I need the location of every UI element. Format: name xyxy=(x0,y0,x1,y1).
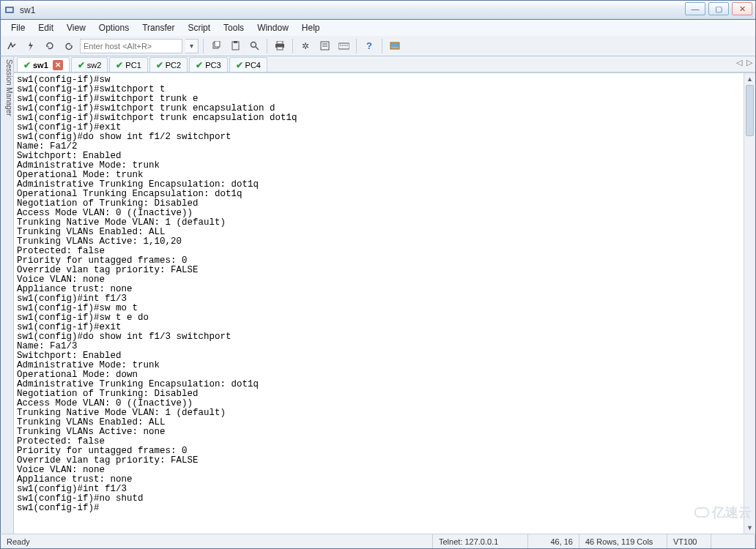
svg-rect-1 xyxy=(7,8,12,12)
scroll-thumb[interactable] xyxy=(746,85,754,136)
tab-prev-icon[interactable]: ◁ xyxy=(736,58,742,67)
quick-connect-icon[interactable] xyxy=(4,38,20,54)
minimize-button[interactable]: — xyxy=(685,2,705,15)
terminal[interactable]: sw1(config-if)#sw sw1(config-if)#switchp… xyxy=(14,73,744,534)
status-extra xyxy=(711,534,755,548)
menu-options[interactable]: Options xyxy=(93,21,135,34)
scrollbar[interactable]: ▲ ▼ xyxy=(744,73,755,534)
host-go-button[interactable]: ▾ xyxy=(185,39,199,53)
check-icon: ✔ xyxy=(156,60,163,70)
main-area: Session Manager ✔sw1✕✔sw2✔PC1✔PC2✔PC3✔PC… xyxy=(0,56,756,534)
scroll-down-icon[interactable]: ▼ xyxy=(744,522,755,534)
copy-icon[interactable] xyxy=(208,38,224,54)
svg-rect-5 xyxy=(234,41,237,43)
toolbar: ▾ ✲ ? xyxy=(0,36,756,56)
check-icon: ✔ xyxy=(236,60,243,70)
host-input[interactable] xyxy=(80,39,182,53)
tab-label: PC3 xyxy=(205,61,220,70)
tab-label: PC1 xyxy=(125,61,141,70)
svg-rect-3 xyxy=(215,41,220,47)
svg-rect-20 xyxy=(391,43,399,47)
status-emulation: VT100 xyxy=(667,534,711,548)
tab-pc4[interactable]: ✔PC4 xyxy=(229,57,267,72)
status-ready: Ready xyxy=(1,534,433,548)
menu-view[interactable]: View xyxy=(61,21,92,34)
settings-icon[interactable]: ✲ xyxy=(297,38,314,54)
tab-label: sw1 xyxy=(33,61,48,70)
menu-tools[interactable]: Tools xyxy=(218,21,250,34)
statusbar: Ready Telnet: 127.0.0.1 46, 16 46 Rows, … xyxy=(0,534,756,549)
svg-point-17 xyxy=(344,45,346,46)
toolbar-separator xyxy=(292,39,293,53)
svg-point-15 xyxy=(340,45,341,46)
menu-window[interactable]: Window xyxy=(251,21,294,34)
content-area: ✔sw1✕✔sw2✔PC1✔PC2✔PC3✔PC4 ◁ ▷ sw1(config… xyxy=(14,56,755,534)
toolbar-separator xyxy=(203,39,204,53)
app-icon xyxy=(4,4,15,16)
session-manager-panel[interactable]: Session Manager xyxy=(1,56,14,534)
check-icon: ✔ xyxy=(196,60,203,70)
status-size: 46 Rows, 119 Cols xyxy=(579,534,667,548)
menu-edit[interactable]: Edit xyxy=(32,21,59,34)
scroll-up-icon[interactable]: ▲ xyxy=(744,73,755,85)
status-cursor: 46, 16 xyxy=(528,534,579,548)
menubar: FileEditViewOptionsTransferScriptToolsWi… xyxy=(0,20,756,36)
svg-rect-8 xyxy=(277,41,283,44)
svg-rect-14 xyxy=(338,43,349,49)
check-icon: ✔ xyxy=(23,60,31,70)
paste-icon[interactable] xyxy=(227,38,243,54)
maximize-button[interactable]: ▢ xyxy=(708,2,729,15)
svg-point-18 xyxy=(346,45,348,46)
status-protocol: Telnet: 127.0.0.1 xyxy=(433,534,528,548)
tab-sw1[interactable]: ✔sw1✕ xyxy=(17,57,70,72)
tab-close-icon[interactable]: ✕ xyxy=(53,60,63,70)
window-title: sw1 xyxy=(20,5,35,15)
tab-next-icon[interactable]: ▷ xyxy=(746,58,752,67)
log-icon[interactable] xyxy=(316,38,333,54)
reconnect-icon[interactable] xyxy=(42,38,58,54)
window-controls: — ▢ ✕ xyxy=(685,2,752,15)
tab-sw2[interactable]: ✔sw2 xyxy=(71,57,108,72)
tab-label: sw2 xyxy=(87,61,102,70)
tab-pc1[interactable]: ✔PC1 xyxy=(109,57,147,72)
menu-script[interactable]: Script xyxy=(182,21,216,34)
toolbar-separator xyxy=(267,39,267,53)
svg-line-7 xyxy=(256,47,259,50)
screen-icon[interactable] xyxy=(387,38,403,54)
toolbar-separator xyxy=(382,39,382,53)
tab-nav: ◁ ▷ xyxy=(736,58,752,67)
menu-help[interactable]: Help xyxy=(296,21,326,34)
keyboard-icon[interactable] xyxy=(336,38,352,54)
svg-rect-10 xyxy=(277,47,283,50)
tabstrip: ✔sw1✕✔sw2✔PC1✔PC2✔PC3✔PC4 ◁ ▷ xyxy=(14,56,755,72)
help-icon[interactable]: ? xyxy=(361,38,377,54)
check-icon: ✔ xyxy=(116,60,123,70)
titlebar: sw1 — ▢ ✕ xyxy=(0,0,756,20)
check-icon: ✔ xyxy=(78,60,85,70)
tab-label: PC2 xyxy=(166,61,181,70)
terminal-wrap: sw1(config-if)#sw sw1(config-if)#switchp… xyxy=(14,72,755,534)
menu-file[interactable]: File xyxy=(5,21,31,34)
disconnect-icon[interactable] xyxy=(61,38,77,54)
toolbar-separator xyxy=(356,39,357,53)
lightning-icon[interactable] xyxy=(23,38,39,54)
close-button[interactable]: ✕ xyxy=(732,2,752,15)
find-icon[interactable] xyxy=(246,38,262,54)
svg-point-16 xyxy=(342,45,344,46)
print-icon[interactable] xyxy=(272,38,288,54)
tab-label: PC4 xyxy=(245,61,261,70)
tab-pc2[interactable]: ✔PC2 xyxy=(149,57,188,72)
svg-point-6 xyxy=(251,42,256,48)
menu-transfer[interactable]: Transfer xyxy=(136,21,180,34)
tab-pc3[interactable]: ✔PC3 xyxy=(189,57,227,72)
